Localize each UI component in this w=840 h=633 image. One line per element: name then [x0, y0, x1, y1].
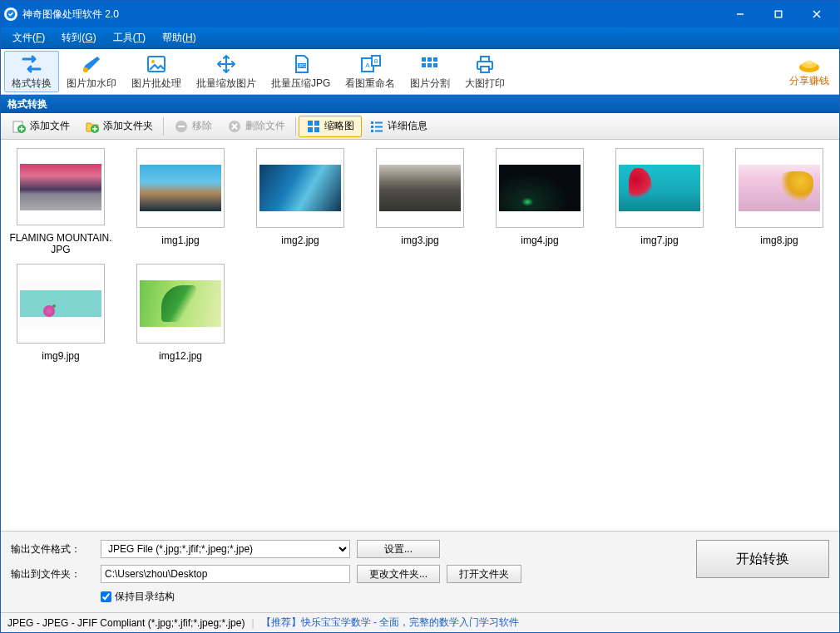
- settings-button[interactable]: 设置...: [357, 540, 440, 558]
- jpg-file-icon: JPG: [289, 53, 314, 75]
- svg-rect-21: [481, 57, 489, 62]
- tool-format-convert[interactable]: 格式转换: [4, 51, 59, 92]
- list-icon: [369, 119, 384, 134]
- brush-icon: [79, 53, 104, 75]
- thumbnail-item[interactable]: img4.jpg: [482, 146, 598, 259]
- menu-tool[interactable]: 工具(T): [105, 28, 154, 47]
- svg-rect-16: [433, 57, 437, 62]
- add-file-button[interactable]: 添加文件: [4, 116, 77, 137]
- thumbnail-frame: [17, 148, 105, 225]
- thumbnail-frame: [136, 148, 225, 228]
- menu-goto[interactable]: 转到(G): [53, 28, 104, 47]
- thumbnail-item[interactable]: img3.jpg: [362, 146, 478, 259]
- swap-icon: [19, 53, 44, 75]
- thumbnail-image: [20, 280, 101, 327]
- keep-structure-checkbox[interactable]: [101, 591, 111, 602]
- minimize-button[interactable]: [721, 1, 759, 27]
- svg-rect-36: [371, 121, 373, 124]
- thumbnail-frame: [136, 264, 225, 344]
- svg-rect-38: [371, 130, 373, 132]
- thumbnail-image: [140, 165, 221, 211]
- menu-file[interactable]: 文件(F): [4, 28, 53, 47]
- start-convert-button[interactable]: 开始转换: [696, 540, 829, 578]
- thumbnail-item[interactable]: img2.jpg: [242, 146, 358, 259]
- view-thumbnail-button[interactable]: 缩略图: [299, 116, 362, 137]
- open-dir-button[interactable]: 打开文件夹: [447, 565, 521, 583]
- output-panel: 输出文件格式： JPEG File (*.jpg;*.jfif;*.jpeg;*…: [1, 531, 839, 612]
- tool-share[interactable]: 分享赚钱: [783, 51, 836, 92]
- thumbnail-item[interactable]: img9.jpg: [2, 262, 119, 374]
- rename-icon: AB: [358, 53, 383, 75]
- svg-rect-30: [178, 126, 185, 127]
- svg-rect-35: [314, 127, 319, 132]
- grid-icon: [418, 53, 442, 75]
- tool-split[interactable]: 图片分割: [403, 51, 457, 92]
- statusbar: JPEG - JPEG - JFIF Compliant (*.jpg;*.jf…: [1, 612, 839, 632]
- tool-batch[interactable]: 图片批处理: [124, 51, 189, 92]
- tool-label: 大图打印: [465, 77, 505, 91]
- change-dir-button[interactable]: 更改文件夹...: [357, 565, 440, 583]
- app-title: 神奇图像处理软件 2.0: [22, 7, 721, 22]
- svg-text:JPG: JPG: [298, 63, 306, 68]
- thumbnail-frame: [376, 148, 464, 228]
- svg-rect-32: [308, 121, 313, 126]
- thumbnail-grid[interactable]: FLAMING MOUNTAIN.JPGimg1.jpgimg2.jpgimg3…: [1, 140, 839, 531]
- thumbnail-item[interactable]: FLAMING MOUNTAIN.JPG: [2, 146, 119, 259]
- tool-watermark[interactable]: 图片加水印: [59, 51, 124, 92]
- app-icon: [4, 7, 17, 21]
- tool-compress-jpg[interactable]: JPG 批量压缩JPG: [264, 51, 338, 92]
- svg-rect-15: [427, 57, 432, 62]
- remove-button[interactable]: 移除: [166, 116, 220, 137]
- add-folder-icon: [85, 119, 100, 134]
- thumbnail-image: [259, 165, 341, 211]
- view-detail-button[interactable]: 详细信息: [362, 116, 435, 137]
- tool-label: 图片批处理: [131, 77, 181, 91]
- maximize-button[interactable]: [759, 1, 798, 27]
- thumbnail-item[interactable]: img1.jpg: [122, 146, 239, 259]
- thumbnail-image: [20, 164, 101, 210]
- tool-rename[interactable]: AB 看图重命名: [338, 51, 403, 92]
- menubar: 文件(F) 转到(G) 工具(T) 帮助(H): [1, 27, 839, 49]
- promo-link[interactable]: 【推荐】快乐宝宝学数学 - 全面，完整的数学入门学习软件: [261, 616, 520, 630]
- thumbnail-image: [379, 165, 461, 211]
- delete-icon: [227, 119, 242, 134]
- output-dir-input[interactable]: [101, 565, 350, 583]
- svg-rect-34: [308, 127, 313, 132]
- thumbnail-icon: [306, 119, 321, 134]
- thumbnail-caption: img1.jpg: [158, 233, 202, 248]
- titlebar: 神奇图像处理软件 2.0: [1, 1, 839, 27]
- thumbnail-caption: img7.jpg: [637, 233, 681, 248]
- tool-print[interactable]: 大图打印: [457, 51, 512, 92]
- thumbnail-caption: img4.jpg: [517, 233, 561, 248]
- tool-label: 图片分割: [410, 77, 450, 91]
- thumbnail-caption: img8.jpg: [757, 233, 801, 248]
- thumbnail-frame: [735, 148, 823, 228]
- tool-label: 批量压缩JPG: [271, 77, 330, 91]
- svg-rect-17: [422, 63, 426, 67]
- tool-label: 看图重命名: [345, 77, 395, 91]
- menu-help[interactable]: 帮助(H): [154, 28, 205, 47]
- gold-ingot-icon: [797, 56, 822, 74]
- thumbnail-item[interactable]: img7.jpg: [601, 146, 718, 259]
- add-folder-button[interactable]: 添加文件夹: [77, 116, 161, 137]
- thumbnail-image: [619, 165, 700, 211]
- thumbnail-caption: img9.jpg: [38, 349, 82, 363]
- move-icon: [214, 53, 239, 75]
- main-toolbar: 格式转换 图片加水印 图片批处理 批量缩放图片 JPG 批量压缩JPG AB 看…: [1, 49, 839, 95]
- close-button[interactable]: [798, 1, 836, 27]
- keep-structure-label: 保持目录结构: [115, 590, 175, 604]
- svg-point-25: [806, 60, 813, 64]
- tool-resize[interactable]: 批量缩放图片: [189, 51, 264, 92]
- thumbnail-caption: img3.jpg: [398, 233, 442, 248]
- thumbnail-item[interactable]: img12.jpg: [122, 262, 239, 374]
- thumbnail-caption: img2.jpg: [278, 233, 322, 248]
- svg-rect-14: [422, 57, 426, 62]
- svg-rect-22: [481, 67, 489, 72]
- thumbnail-item[interactable]: img8.jpg: [721, 146, 838, 259]
- tool-label: 批量缩放图片: [196, 77, 256, 91]
- delete-file-button[interactable]: 删除文件: [220, 116, 293, 137]
- output-format-label: 输出文件格式：: [11, 542, 94, 556]
- output-format-select[interactable]: JPEG File (*.jpg;*.jfif;*.jpeg;*.jpe): [101, 540, 350, 558]
- tool-label: 分享赚钱: [789, 74, 829, 88]
- svg-rect-33: [314, 121, 319, 126]
